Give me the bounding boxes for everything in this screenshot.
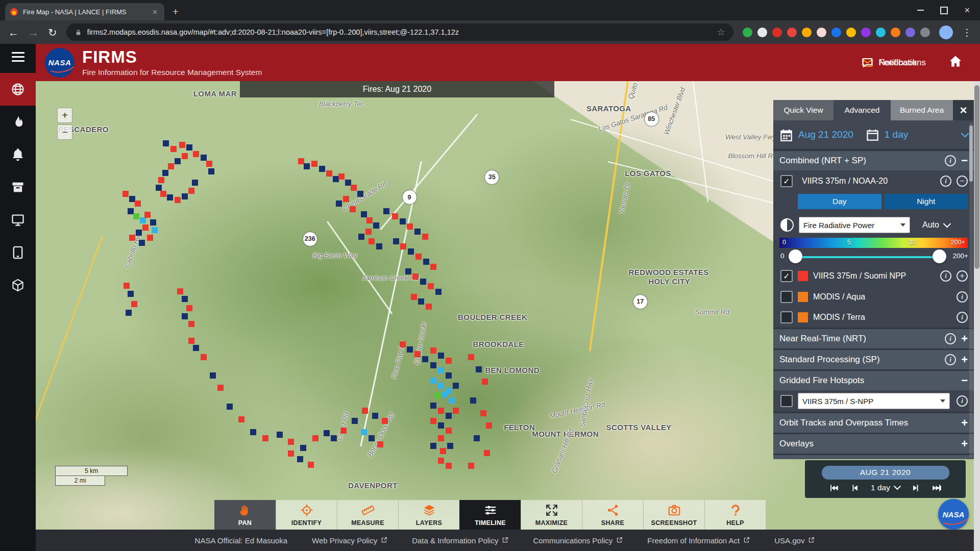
fire-hotspot-marker[interactable] [192, 180, 198, 186]
section-combined[interactable]: Combined (NRT + SP) i − [773, 151, 974, 170]
calendar-icon[interactable] [779, 128, 793, 142]
fire-hotspot-marker[interactable] [188, 321, 194, 327]
fire-hotspot-marker[interactable] [177, 288, 183, 294]
fire-hotspot-marker[interactable] [393, 238, 399, 244]
fire-hotspot-marker[interactable] [422, 234, 428, 240]
fire-hotspot-marker[interactable] [139, 240, 145, 246]
fire-hotspot-marker[interactable] [122, 191, 129, 197]
globe-icon[interactable] [0, 73, 36, 106]
tablet-icon[interactable] [0, 236, 36, 269]
fire-hotspot-marker[interactable] [182, 193, 188, 199]
section-gridded[interactable]: Gridded Fire Hotspots − [773, 371, 974, 390]
fire-hotspot-marker[interactable] [411, 294, 417, 300]
fire-hotspot-marker[interactable] [206, 161, 212, 167]
new-tab-button[interactable] [168, 5, 183, 19]
fire-hotspot-marker[interactable] [476, 366, 482, 372]
night-button[interactable]: Night [885, 194, 968, 209]
contrast-icon[interactable] [780, 218, 794, 232]
fire-hotspot-marker[interactable] [297, 456, 303, 462]
fire-hotspot-marker[interactable] [486, 422, 492, 429]
fire-hotspot-marker[interactable] [415, 254, 422, 260]
fire-hotspot-marker[interactable] [446, 372, 452, 379]
fire-hotspot-marker[interactable] [426, 304, 432, 310]
fire-hotspot-marker[interactable] [470, 397, 476, 404]
fire-hotspot-marker[interactable] [408, 248, 414, 255]
checkbox-aqua[interactable] [780, 291, 793, 303]
fire-hotspot-marker[interactable] [480, 410, 486, 416]
fire-hotspot-marker[interactable] [446, 413, 452, 419]
fire-hotspot-marker[interactable] [373, 222, 379, 229]
fire-hotspot-marker[interactable] [357, 191, 363, 197]
extension-icon[interactable] [757, 28, 767, 37]
archive-icon[interactable] [0, 171, 36, 204]
fire-hotspot-marker[interactable] [369, 238, 375, 244]
fire-hotspot-marker[interactable] [484, 450, 490, 456]
section-nrt[interactable]: Near Real-Time (NRT) i + [773, 329, 974, 348]
tab-quick-view[interactable]: Quick View [773, 100, 834, 120]
fire-hotspot-marker[interactable] [217, 385, 224, 391]
fire-hotspot-marker[interactable] [377, 441, 383, 447]
nasa-corner-logo[interactable]: NASA [938, 499, 969, 530]
fire-hotspot-marker[interactable] [383, 208, 389, 214]
fire-hotspot-marker[interactable] [446, 428, 452, 434]
extension-icon[interactable] [891, 28, 900, 37]
fire-hotspot-marker[interactable] [170, 146, 177, 152]
url-bar[interactable]: firms2.modaps.eosdis.nasa.gov/map/#t:adv… [66, 23, 733, 41]
section-overlays[interactable]: Overlays + [773, 434, 974, 454]
fire-hotspot-marker[interactable] [188, 338, 194, 344]
fire-hotspot-marker[interactable] [438, 408, 444, 414]
info-icon[interactable]: i [957, 395, 968, 407]
extension-icon[interactable] [787, 28, 797, 37]
info-icon[interactable]: i [957, 312, 968, 323]
fire-hotspot-marker[interactable] [361, 429, 367, 435]
fire-hotspot-marker[interactable] [434, 392, 440, 398]
fire-hotspot-marker[interactable] [414, 229, 421, 235]
fire-hotspot-marker[interactable] [418, 298, 424, 305]
checkbox-gridded[interactable] [780, 395, 793, 407]
fire-hotspot-marker[interactable] [128, 291, 134, 297]
fire-hotspot-marker[interactable] [182, 296, 188, 302]
fire-hotspot-marker[interactable] [430, 403, 436, 409]
fire-hotspot-marker[interactable] [400, 341, 406, 347]
fire-hotspot-marker[interactable] [343, 196, 349, 202]
fire-hotspot-marker[interactable] [438, 383, 444, 389]
fire-hotspot-marker[interactable] [423, 259, 429, 265]
home-button[interactable] [948, 54, 963, 71]
fire-hotspot-marker[interactable] [182, 153, 188, 159]
checkbox-noaa20[interactable]: ✓ [780, 175, 793, 187]
frp-select[interactable]: Fire Radiative Power [799, 217, 910, 233]
fire-hotspot-marker[interactable] [175, 158, 181, 164]
fire-hotspot-marker[interactable] [188, 188, 194, 194]
checkbox-terra[interactable] [780, 311, 793, 323]
fire-hotspot-marker[interactable] [447, 443, 453, 449]
fire-hotspot-marker[interactable] [376, 243, 382, 249]
fire-hotspot-marker[interactable] [312, 435, 318, 441]
checkbox-suomi[interactable]: ✓ [780, 270, 793, 282]
step-forward-icon[interactable] [911, 483, 921, 493]
extension-icon[interactable] [861, 28, 871, 37]
fire-hotspot-marker[interactable] [133, 213, 139, 219]
panel-close-icon[interactable] [953, 100, 974, 120]
section-backgrounds[interactable]: Backgrounds + [773, 455, 974, 459]
cube-icon[interactable] [0, 269, 36, 302]
fire-hotspot-marker[interactable] [400, 218, 406, 224]
info-icon[interactable]: i [945, 354, 956, 365]
fire-hotspot-marker[interactable] [449, 397, 455, 404]
fire-hotspot-marker[interactable] [158, 177, 164, 183]
fire-hotspot-marker[interactable] [438, 353, 444, 359]
fire-hotspot-marker[interactable] [208, 168, 214, 174]
back-icon[interactable] [8, 27, 19, 38]
fire-hotspot-marker[interactable] [446, 463, 452, 469]
bookmark-star-icon[interactable] [717, 27, 725, 38]
fire-hotspot-marker[interactable] [131, 301, 137, 307]
fire-hotspot-marker[interactable] [210, 372, 216, 379]
flame-icon[interactable] [0, 106, 36, 138]
step-back-icon[interactable] [850, 483, 860, 493]
info-icon[interactable]: i [945, 333, 956, 344]
fire-hotspot-marker[interactable] [147, 235, 153, 241]
fire-hotspot-marker[interactable] [182, 313, 188, 319]
fire-hotspot-marker[interactable] [163, 140, 169, 146]
section-sp[interactable]: Standard Processing (SP) i + [773, 350, 974, 369]
toolbar-identify-button[interactable]: IDENTIFY [276, 500, 337, 530]
toolbar-screenshot-button[interactable]: SCREENSHOT [643, 500, 704, 530]
